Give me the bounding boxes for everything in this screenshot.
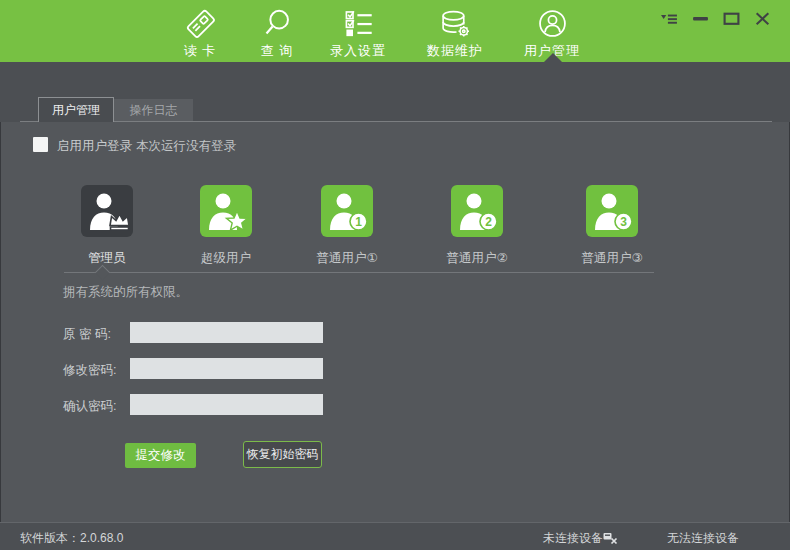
checklist-icon	[312, 7, 404, 40]
old-password-label: 原 密 码:	[63, 326, 111, 343]
software-version: 软件版本：2.0.68.0	[20, 530, 123, 547]
session-status-text: 本次运行没有登录	[136, 138, 236, 155]
svg-text:3: 3	[620, 215, 627, 229]
close-icon[interactable]	[753, 9, 772, 28]
svg-text:2: 2	[485, 215, 492, 229]
search-icon	[231, 7, 323, 40]
connection-status-text: 无法连接设备	[667, 530, 739, 547]
normal-user-3-icon: 3	[586, 185, 638, 237]
tab-label: 操作日志	[130, 102, 178, 119]
status-bar: 软件版本：2.0.68.0 未连接设备 无法连接设备	[0, 522, 790, 550]
svg-text:1: 1	[355, 215, 362, 229]
user-type-super[interactable]: 超级用户	[171, 185, 281, 267]
tab-operation-log[interactable]: 操作日志	[114, 99, 193, 121]
submit-changes-button[interactable]: 提交修改	[125, 443, 196, 468]
admin-user-icon	[81, 185, 133, 237]
user-type-normal-2[interactable]: 2 普通用户②	[422, 185, 532, 267]
user-type-label: 管理员	[52, 250, 162, 267]
new-password-input[interactable]	[130, 358, 323, 379]
nav-item-entry-settings[interactable]: 录入设置	[312, 7, 404, 60]
version-label: 软件版本：	[20, 531, 80, 545]
super-user-icon	[200, 185, 252, 237]
user-type-normal-1[interactable]: 1 普通用户①	[292, 185, 402, 267]
nav-label: 录入设置	[312, 42, 404, 60]
selected-user-caret	[95, 265, 111, 281]
restore-initial-password-button[interactable]: 恢复初始密码	[243, 441, 322, 468]
user-type-label: 普通用户③	[557, 250, 667, 267]
maximize-icon[interactable]	[722, 9, 741, 28]
normal-user-2-icon: 2	[451, 185, 503, 237]
user-type-normal-3[interactable]: 3 普通用户③	[557, 185, 667, 267]
tab-underline	[20, 121, 772, 122]
active-nav-indicator	[544, 53, 562, 62]
confirm-password-label: 确认密码:	[63, 398, 116, 415]
enable-login-checkbox[interactable]	[33, 137, 48, 152]
user-type-label: 普通用户②	[422, 250, 532, 267]
device-status-text: 未连接设备	[543, 530, 603, 547]
enable-login-label: 启用用户登录	[57, 138, 132, 155]
user-type-admin[interactable]: 管理员	[52, 185, 162, 267]
app-window: 读 卡 查 询	[0, 0, 790, 550]
version-value: 2.0.68.0	[80, 531, 123, 545]
device-disconnected-icon	[602, 529, 618, 548]
nav-item-data-maintenance[interactable]: 数据维护	[409, 7, 501, 60]
user-type-label: 超级用户	[171, 250, 281, 267]
tab-user-management[interactable]: 用户管理	[38, 97, 114, 122]
confirm-password-input[interactable]	[130, 394, 323, 415]
normal-user-1-icon: 1	[321, 185, 373, 237]
nav-item-query[interactable]: 查 询	[231, 7, 323, 60]
selected-user-description: 拥有系统的所有权限。	[63, 284, 188, 301]
user-manage-icon	[506, 7, 598, 40]
main-toolbar: 读 卡 查 询	[0, 0, 790, 62]
window-controls	[660, 9, 772, 28]
nav-label: 查 询	[231, 42, 323, 60]
user-row-divider	[64, 272, 654, 273]
minimize-icon[interactable]	[691, 9, 710, 28]
database-gear-icon	[409, 7, 501, 40]
nav-label: 数据维护	[409, 42, 501, 60]
tab-label: 用户管理	[52, 102, 100, 119]
user-type-label: 普通用户①	[292, 250, 402, 267]
menu-icon[interactable]	[660, 9, 679, 28]
new-password-label: 修改密码:	[63, 362, 116, 379]
old-password-input[interactable]	[130, 322, 323, 343]
